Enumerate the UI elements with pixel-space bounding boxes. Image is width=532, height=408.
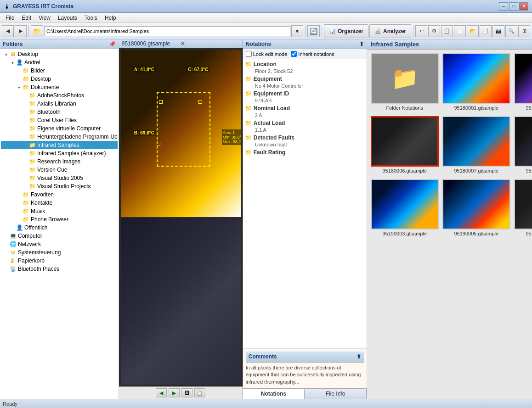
forward-button[interactable]: ▶ [15,25,27,37]
thermal-image-top[interactable]: A: 41,8°C C: 67,0°C B: 69,8°C Area 1Min:… [121,50,241,217]
organizer-button[interactable]: 📊 Organizer [324,24,368,38]
sidebar-item-versioncue[interactable]: 📁Version Cue [1,166,118,174]
menu-item-tools[interactable]: Tools [81,14,101,22]
menu-item-layouts[interactable]: Layouts [54,14,81,22]
sidebar-item-infrared_analyzer[interactable]: 📁Infrared Samples (Analyzer) [1,149,118,157]
thumbnail-image[interactable] [514,53,532,104]
grid-button[interactable]: ⊞ [518,25,530,37]
prev-image-button[interactable]: ◀ [156,388,167,397]
dropdown-arrow[interactable]: ▼ [291,25,303,37]
inherit-label[interactable]: Inherit notations [291,51,334,57]
action-btn3[interactable]: 📄 [454,25,466,37]
folder-icon: 📁 [28,183,36,190]
sidebar-item-bluetooth_places[interactable]: 📡Bluetooth Places [1,265,118,273]
analyzer-button[interactable]: 🔬 Analyzer [369,24,411,38]
sidebar-item-dokumente[interactable]: ▾📁Dokumente [1,83,118,91]
comments-pin[interactable]: ⬆ [357,353,361,361]
action-btn5[interactable]: 📑 [480,25,492,37]
notations-pin[interactable]: ⬆ [359,41,364,47]
notation-tab-notations[interactable]: Notations [243,389,305,399]
notation-tab-file-info[interactable]: File Info [305,389,367,399]
list-item[interactable]: 95190001.gtsample [514,116,532,173]
address-bar[interactable] [44,26,290,36]
sidebar-item-desktop2[interactable]: 📁Desktop [1,75,118,83]
sidebar-item-netzwerk[interactable]: 🌐Netzwerk [1,240,118,248]
sidebar-item-corel[interactable]: 📁Corel User Files [1,116,118,124]
folder-icon: 📁 [28,133,36,140]
app-title: GRAYESS IRT Cronista [13,3,499,10]
sidebar-item-oeffentlich[interactable]: 👤Offentlich [1,224,118,232]
viewer-close-button[interactable]: ✕ [181,40,240,47]
thumbnail-image[interactable] [442,179,510,229]
sidebar-item-favoriten[interactable]: 📁Favoriten [1,190,118,199]
view-btn2[interactable]: 📋 [194,388,205,397]
thumbnail-label: 95190005.gtsample [454,231,498,236]
thumbnail-image[interactable] [442,116,510,167]
undo-button[interactable]: ↩ [415,25,427,37]
thumbnail-image[interactable]: 📁 [371,53,439,104]
action-btn4[interactable]: 📂 [467,25,479,37]
close-button[interactable]: ✕ [519,2,528,11]
notation-folder-icon: 📁 [245,134,252,141]
sidebar-item-desktop[interactable]: ▾🖥Desktop [1,50,118,58]
notations-header: Notations ⬆ [243,39,367,49]
back-button[interactable]: ◀ [2,25,14,37]
thumbnail-image[interactable] [514,179,532,229]
action-btn2[interactable]: 📋 [441,25,453,37]
sidebar-item-bluetooth[interactable]: 📁Bluetooth [1,108,118,116]
sidebar-item-heruntergeladene[interactable]: 📁Heruntergeladene Programm-Up [1,133,118,141]
thumbnail-image[interactable] [371,179,439,229]
lock-edit-label[interactable]: Lock edit mode [246,51,288,57]
list-item[interactable]: 95180001.gtsample [442,53,510,111]
menu-item-edit[interactable]: Edit [18,14,35,22]
sidebar-item-papierkorb[interactable]: 🗑Papierkorb [1,257,118,265]
menu-item-view[interactable]: View [35,14,54,22]
thumbnail-image[interactable] [514,116,532,167]
inherit-checkbox[interactable] [291,51,297,57]
thermal-image-bottom[interactable] [121,218,241,385]
sidebar-item-phonebrowser[interactable]: 📁Phone Browser [1,215,118,224]
sidebar-item-kontakte[interactable]: 📁Kontakte [1,199,118,207]
sidebar-item-andrei[interactable]: ▾👤Andrei [1,58,118,67]
list-item[interactable]: 📁Folder Notations [371,53,439,111]
sidebar-item-eigene[interactable]: 📁Eigene virtuelle Computer [1,124,118,133]
action-btn1[interactable]: ⚙ [428,25,440,37]
sidebar-item-axialis[interactable]: 📁Axialis Librarian [1,100,118,108]
thumbnail-label: Folder Notations [386,105,423,111]
point-a [159,100,163,104]
list-item[interactable]: 95190005.gtsample [442,179,510,236]
expand-icon[interactable]: ▾ [9,60,16,65]
lock-edit-checkbox[interactable] [246,51,252,57]
list-item[interactable]: 95180006.gtsample [371,116,439,173]
minimize-button[interactable]: ─ [499,2,508,11]
notation-group: 📁LocationFloor 2, Block 52 [245,61,365,74]
menu-item-help[interactable]: Help [101,14,120,22]
refresh-button[interactable]: 🔄 [307,25,320,37]
sidebar-item-vsprojects[interactable]: 📁Visual Studio Projects [1,182,118,190]
search-button[interactable]: 🔍 [505,25,517,37]
pin-button[interactable]: 📌 [109,41,116,47]
expand-icon[interactable]: ▾ [16,85,22,90]
list-item[interactable]: 95180007.gtsample [442,116,510,173]
expand-icon[interactable]: ▾ [3,52,9,57]
thumbnail-image[interactable] [371,116,439,167]
sidebar-item-vs2005[interactable]: 📁Visual Studio 2005 [1,174,118,182]
sidebar-item-research[interactable]: 📁Research Images [1,157,118,166]
list-item[interactable]: 95190009.gtsample [514,179,532,236]
sidebar-item-systemsteuerung[interactable]: ⚙Systemsteuerung [1,248,118,257]
menu-item-file[interactable]: File [2,14,18,22]
list-item[interactable]: 95190003.gtsample [371,179,439,236]
next-image-button[interactable]: ▶ [169,388,180,397]
sidebar-item-adobestock[interactable]: 📁AdobeStockPhotos [1,91,118,100]
list-item[interactable]: 95180003.gtsample [514,53,532,111]
folder-icon: 📁 [22,75,29,83]
sidebar-item-computer[interactable]: 💻Computer [1,232,118,240]
sidebar-item-musik[interactable]: 📁Musik [1,207,118,215]
maximize-button[interactable]: □ [509,2,518,11]
sidebar-item-infrared[interactable]: 📁Infrared Samples [1,141,118,149]
thumbnail-image[interactable] [442,53,510,104]
view-btn1[interactable]: 🖼 [181,388,192,397]
sidebar-item-bilder[interactable]: 📁Bilder [1,67,118,75]
tree-label: Computer [18,233,42,239]
action-btn6[interactable]: 📷 [492,25,504,37]
